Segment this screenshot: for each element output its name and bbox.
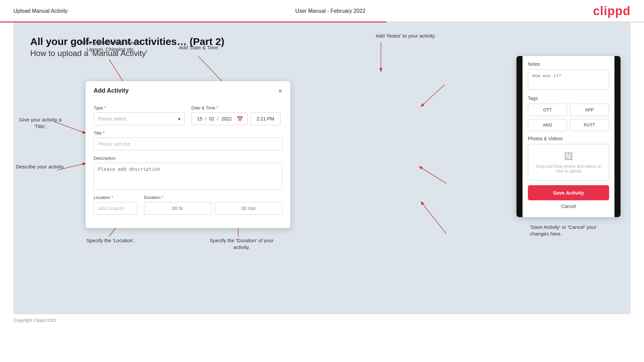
description-label: Description [94,156,282,161]
photo-icon: 🖼 [535,151,602,162]
type-label: Type * [94,105,185,110]
form-group-location: Location * [94,195,137,215]
modal-body: Type * Please select Date & Time * [86,99,290,228]
type-select-wrapper: Please select [94,112,185,125]
photos-label: Photos & Videos [528,136,609,141]
form-group-type: Type * Please select [94,105,185,125]
page-label: Upload Manual Activity [13,8,68,14]
add-activity-modal: Add Activity × Type * Please select [86,81,290,228]
date-year-input[interactable] [220,116,233,121]
calendar-icon[interactable]: 📅 [237,116,243,122]
annotation-date-time: Add 'Date & Time'. [175,44,225,51]
notes-textarea[interactable] [528,69,609,90]
tag-putt[interactable]: PUTT [570,119,609,131]
required-star-dt: * [215,105,218,110]
top-bar: Upload Manual Activity User Manual - Feb… [0,0,644,18]
form-row-type-date: Type * Please select Date & Time * [94,105,282,125]
duration-min-input[interactable] [215,202,282,215]
annotation-what-type: What type of activity was it? Lesson, Ch… [77,39,144,52]
time-input[interactable] [250,112,281,125]
type-select[interactable]: Please select [94,112,185,125]
annotation-location: Specify the 'Location'. [77,237,144,244]
duration-group [144,202,282,215]
photos-upload-area[interactable]: 🖼 Drag and Drop photos and videos or cli… [528,144,609,180]
logo: clippd [593,4,631,18]
form-row-location-duration: Location * Duration * [94,195,282,215]
annotation-title: Give your activity a 'Title'. [13,116,67,130]
copyright-text: Copyright Clippd 2021 [13,318,57,323]
form-group-duration: Duration * [144,195,282,215]
description-textarea[interactable] [94,163,282,190]
photos-upload-text: Drag and Drop photos and videos or click… [536,164,601,173]
title-label: Title * [94,131,282,136]
phone-panel: Notes Tags OTT APP ARG PUTT Photos & Vid… [516,56,621,217]
manual-label: User Manual - February 2022 [295,8,365,14]
form-row-title: Title * [94,131,282,150]
form-group-title: Title * [94,131,282,150]
tag-ott[interactable]: OTT [528,104,567,116]
annotation-describe: Describe your activity. [13,163,67,170]
main-content: All your golf-relevant activities… (Part… [13,22,631,314]
date-month-input[interactable] [208,116,216,121]
tags-grid: OTT APP ARG PUTT [528,104,609,131]
svg-line-7 [421,85,445,106]
location-input[interactable] [94,202,137,215]
form-row-description: Description [94,156,282,190]
datetime-label: Date & Time * [191,105,282,110]
modal-close-button[interactable]: × [278,88,282,94]
annotation-notes: Add 'Notes' to your activity. [372,33,439,39]
tag-app[interactable]: APP [570,104,609,116]
svg-line-8 [419,167,446,184]
svg-line-9 [421,202,446,234]
required-star: * [103,105,106,110]
notes-label: Notes [528,61,609,67]
date-day-input[interactable] [196,116,204,121]
annotation-duration: Specify the 'Duration' of your activity. [205,237,279,250]
duration-label: Duration * [144,195,282,200]
modal-title: Add Activity [94,87,129,94]
title-input[interactable] [94,138,282,150]
save-activity-button[interactable]: Save Activity [528,185,609,200]
annotation-save: 'Save Activity' or 'Cancel' your changes… [530,224,604,237]
form-group-description: Description [94,156,282,190]
modal-header: Add Activity × [86,81,290,99]
cancel-link[interactable]: Cancel [528,204,609,212]
phone-inner: Notes Tags OTT APP ARG PUTT Photos & Vid… [523,56,614,217]
footer: Copyright Clippd 2021 [0,314,644,326]
tags-label: Tags [528,96,609,101]
location-label: Location * [94,195,137,200]
tag-arg[interactable]: ARG [528,119,567,131]
form-group-datetime: Date & Time * / / 📅 [191,105,282,125]
date-input[interactable]: / / 📅 [191,112,248,125]
duration-hr-input[interactable] [144,202,211,215]
